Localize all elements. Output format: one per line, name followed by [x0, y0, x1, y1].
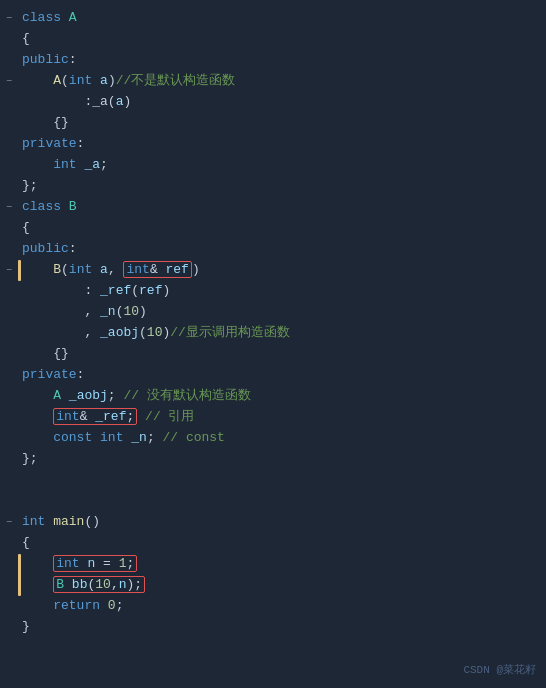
code-line: {	[0, 29, 546, 50]
code-line: }	[0, 617, 546, 638]
code-line: int _a;	[0, 155, 546, 176]
code-editor: − class A { public: − A(int a)//不是默认构造函数…	[0, 0, 546, 646]
code-line: :_a(a)	[0, 92, 546, 113]
code-line	[0, 491, 546, 512]
code-line: private:	[0, 134, 546, 155]
code-line: private:	[0, 365, 546, 386]
code-line: return 0;	[0, 596, 546, 617]
code-line: int& _ref; // 引用	[0, 407, 546, 428]
code-line: };	[0, 176, 546, 197]
code-line: {}	[0, 113, 546, 134]
code-line: {	[0, 218, 546, 239]
code-line: , _n(10)	[0, 302, 546, 323]
yellow-indicator	[18, 260, 21, 281]
code-line: };	[0, 449, 546, 470]
code-line: − class A	[0, 8, 546, 29]
watermark: CSDN @菜花籽	[463, 662, 536, 680]
code-line: A _aobj; // 没有默认构造函数	[0, 386, 546, 407]
fold-icon[interactable]: −	[0, 200, 18, 216]
code-line: − A(int a)//不是默认构造函数	[0, 71, 546, 92]
code-line: , _aobj(10)//显示调用构造函数	[0, 323, 546, 344]
fold-icon[interactable]: −	[0, 515, 18, 531]
code-line: public:	[0, 239, 546, 260]
code-line: B bb(10,n);	[0, 575, 546, 596]
fold-icon[interactable]: −	[0, 11, 18, 27]
code-line	[0, 470, 546, 491]
code-line: − B(int a, int& ref)	[0, 260, 546, 281]
code-line: : _ref(ref)	[0, 281, 546, 302]
code-line: int n = 1;	[0, 554, 546, 575]
fold-icon[interactable]: −	[0, 74, 18, 90]
code-line: − class B	[0, 197, 546, 218]
code-line: public:	[0, 50, 546, 71]
code-line: − int main()	[0, 512, 546, 533]
fold-icon[interactable]: −	[0, 263, 18, 279]
code-line: const int _n; // const	[0, 428, 546, 449]
code-line: {}	[0, 344, 546, 365]
code-line: {	[0, 533, 546, 554]
